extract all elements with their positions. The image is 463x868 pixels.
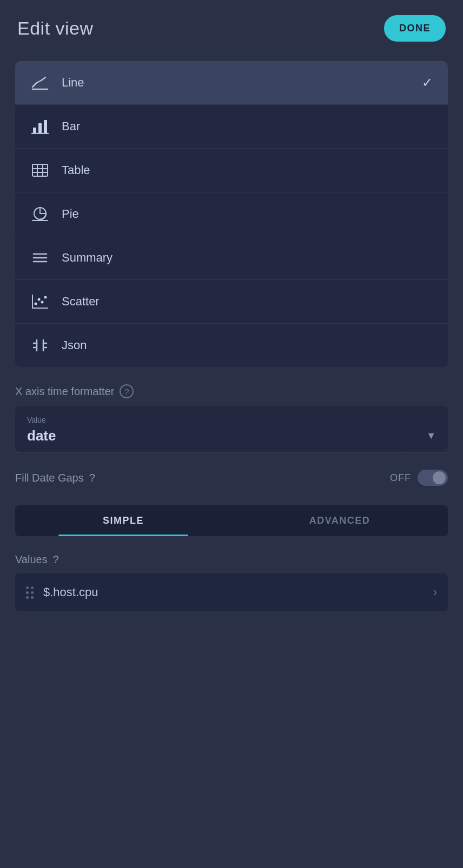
dropdown-item-line[interactable]: Line ✓ (15, 61, 448, 105)
select-row: date ▼ (27, 428, 436, 444)
svg-point-20 (44, 296, 47, 299)
line-label: Line (62, 76, 422, 90)
select-label: Value (27, 416, 436, 424)
x-axis-label: X axis time formatter ? (15, 384, 448, 398)
dropdown-item-scatter[interactable]: Scatter (15, 280, 448, 324)
dropdown-arrow-icon: ▼ (426, 430, 436, 442)
toggle-thumb (433, 471, 446, 484)
value-text: $.host.cpu (43, 585, 433, 599)
svg-rect-1 (33, 128, 36, 133)
dropdown-item-json[interactable]: Json (15, 324, 448, 367)
select-divider (15, 452, 448, 452)
dropdown-item-table[interactable]: Table (15, 149, 448, 192)
chart-type-dropdown: Line ✓ Bar Table (15, 61, 448, 367)
value-item[interactable]: $.host.cpu › (15, 573, 448, 611)
json-icon (30, 336, 50, 355)
table-label: Table (62, 163, 433, 177)
bar-chart-icon (30, 117, 50, 136)
dropdown-item-pie[interactable]: Pie (15, 192, 448, 236)
x-axis-select-box[interactable]: Value date ▼ (15, 406, 448, 452)
summary-icon (30, 248, 50, 268)
fill-date-gaps-help-icon[interactable]: ? (89, 472, 95, 484)
svg-point-17 (35, 303, 37, 305)
mode-tabs: SIMPLE ADVANCED (15, 505, 448, 536)
header: Edit view DONE (0, 0, 463, 57)
select-value: date (27, 428, 56, 444)
fill-date-gaps-label: Fill Date Gaps ? (15, 472, 390, 484)
scatter-chart-icon (30, 292, 50, 311)
toggle-right: OFF (390, 470, 448, 486)
content-area: X axis time formatter ? Value date ▼ Fil… (0, 367, 463, 611)
svg-rect-3 (44, 120, 47, 133)
tab-advanced[interactable]: ADVANCED (232, 505, 448, 536)
tab-simple[interactable]: SIMPLE (15, 505, 232, 536)
fill-date-gaps-row: Fill Date Gaps ? OFF (15, 470, 448, 486)
fill-date-gaps-toggle[interactable] (418, 470, 448, 486)
svg-point-19 (41, 301, 44, 304)
dropdown-item-summary[interactable]: Summary (15, 236, 448, 280)
values-help-icon[interactable]: ? (53, 553, 59, 566)
table-icon (30, 161, 50, 180)
json-label: Json (62, 338, 433, 352)
done-button[interactable]: DONE (384, 15, 446, 42)
svg-rect-2 (38, 123, 42, 133)
values-section-label: Values ? (15, 553, 448, 566)
pie-label: Pie (62, 207, 433, 221)
dropdown-item-bar[interactable]: Bar (15, 105, 448, 149)
svg-point-18 (38, 298, 41, 301)
x-axis-help-icon[interactable]: ? (120, 384, 134, 398)
page-title: Edit view (17, 18, 94, 39)
toggle-state-label: OFF (390, 472, 411, 484)
svg-rect-5 (32, 164, 48, 176)
scatter-label: Scatter (62, 295, 433, 309)
line-chart-icon (30, 73, 50, 92)
chevron-right-icon: › (433, 585, 437, 599)
summary-label: Summary (62, 251, 433, 265)
drag-handle-icon (26, 586, 34, 599)
bar-label: Bar (62, 119, 433, 133)
check-icon: ✓ (422, 75, 433, 90)
pie-chart-icon (30, 204, 50, 224)
